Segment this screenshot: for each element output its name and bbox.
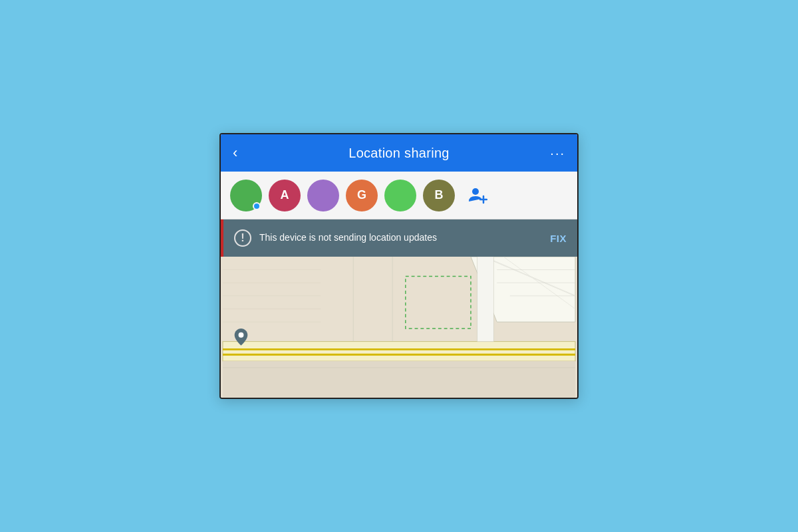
phone-frame: ‹ Location sharing ··· A G B: [219, 133, 579, 399]
header-bar: ‹ Location sharing ···: [221, 134, 577, 172]
online-dot: [253, 202, 261, 210]
fix-button[interactable]: FIX: [550, 233, 567, 244]
add-person-button[interactable]: [462, 180, 493, 211]
avatar-b[interactable]: B: [423, 180, 455, 211]
avatar-label-g: G: [357, 188, 366, 202]
svg-point-0: [472, 188, 479, 195]
avatar-row: A G B: [221, 172, 577, 219]
back-button[interactable]: ‹: [233, 144, 254, 162]
more-options-button[interactable]: ···: [544, 146, 565, 161]
avatar-green2[interactable]: [384, 180, 416, 211]
svg-rect-4: [223, 342, 575, 361]
warning-icon: !: [234, 229, 251, 247]
map-area[interactable]: [221, 257, 577, 398]
avatar-purple[interactable]: [307, 180, 339, 211]
notification-bar: ! This device is not sending location up…: [221, 219, 577, 257]
notification-message: This device is not sending location upda…: [259, 231, 542, 245]
page-title: Location sharing: [254, 146, 544, 161]
add-person-icon: [467, 187, 487, 204]
avatar-a[interactable]: A: [269, 180, 301, 211]
map-svg: [221, 257, 577, 398]
svg-point-25: [239, 332, 244, 338]
avatar-label-b: B: [435, 188, 444, 202]
svg-rect-23: [223, 361, 575, 398]
avatar-g[interactable]: G: [346, 180, 378, 211]
svg-rect-11: [477, 257, 494, 342]
avatar-label-a: A: [281, 188, 289, 202]
avatar-self[interactable]: [230, 180, 262, 211]
